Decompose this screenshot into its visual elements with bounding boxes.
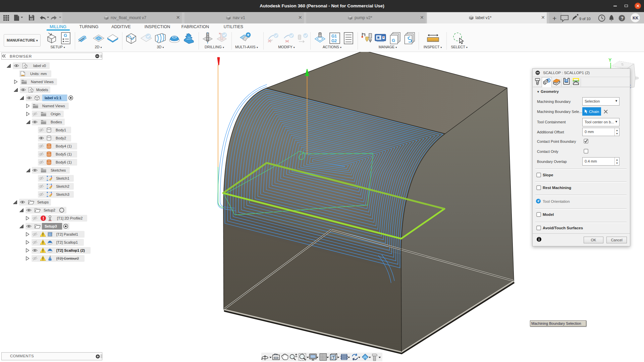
svg-text:Units: mm: Units: mm bbox=[30, 72, 47, 76]
svg-text:Sketches: Sketches bbox=[51, 168, 66, 172]
svg-text:[T2] Contour2: [T2] Contour2 bbox=[56, 256, 79, 260]
svg-text:[T2] Parallel1: [T2] Parallel1 bbox=[56, 232, 78, 236]
svg-text:[T1] 2D Profile2: [T1] 2D Profile2 bbox=[57, 216, 83, 220]
svg-text:Named Views: Named Views bbox=[31, 80, 54, 84]
svg-text:Setups: Setups bbox=[37, 200, 49, 204]
svg-text:Sketch3: Sketch3 bbox=[56, 192, 69, 196]
svg-text:Body2: Body2 bbox=[56, 136, 66, 140]
svg-text:Body1: Body1 bbox=[56, 128, 66, 132]
svg-text:G1: G1 bbox=[331, 34, 337, 39]
svg-text:BROWSER: BROWSER bbox=[10, 54, 32, 58]
svg-text:Body5 (1): Body5 (1) bbox=[56, 152, 72, 156]
svg-text:9 of 10: 9 of 10 bbox=[579, 17, 591, 21]
svg-text:Body6 (1): Body6 (1) bbox=[56, 160, 72, 164]
svg-text:[T2] Scallop1: [T2] Scallop1 bbox=[56, 240, 78, 244]
svg-text:Body4 (1): Body4 (1) bbox=[56, 144, 72, 148]
svg-text:[T2] Scallop1 (2): [T2] Scallop1 (2) bbox=[56, 248, 85, 252]
svg-text:Sketch1: Sketch1 bbox=[56, 176, 69, 180]
svg-text:Sketch2: Sketch2 bbox=[56, 184, 69, 188]
svg-text:Models: Models bbox=[36, 88, 48, 92]
svg-text:Named Views: Named Views bbox=[42, 104, 65, 108]
svg-text:KK: KK bbox=[633, 16, 639, 20]
svg-text:Setup2: Setup2 bbox=[44, 208, 55, 212]
svg-text:G2: G2 bbox=[331, 39, 337, 43]
svg-text:label v1:1: label v1:1 bbox=[45, 96, 61, 100]
svg-text:Chain: Chain bbox=[589, 110, 599, 114]
svg-text:Bodies: Bodies bbox=[51, 120, 62, 124]
svg-text:Y: Y bbox=[608, 57, 612, 63]
svg-text:G: G bbox=[64, 33, 67, 38]
svg-text:Setup3: Setup3 bbox=[45, 224, 57, 228]
svg-text:G: G bbox=[392, 38, 395, 43]
svg-text:?: ? bbox=[621, 16, 624, 21]
svg-text:Origin: Origin bbox=[51, 112, 60, 116]
svg-text:label v0: label v0 bbox=[33, 64, 46, 68]
